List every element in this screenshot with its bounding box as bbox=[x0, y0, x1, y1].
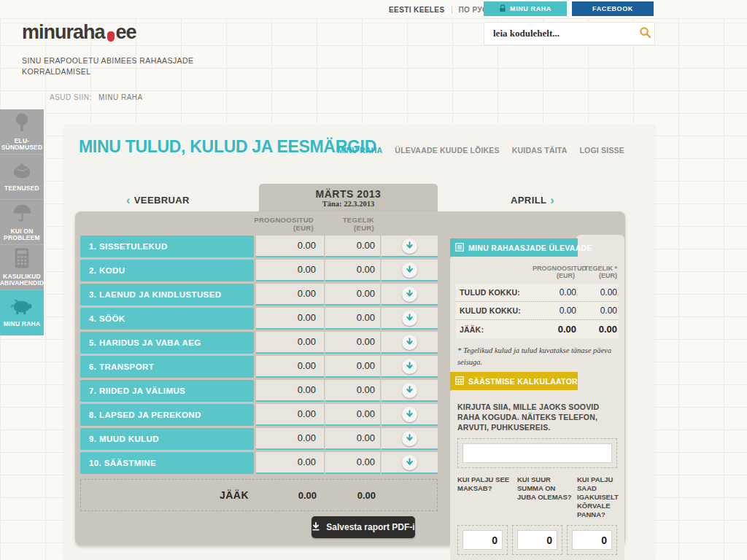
question-label-monthly-saving: KUI PALJU SAAD IGAKUISELT KÕRVALE PANNA? bbox=[577, 475, 626, 519]
sidebar-item-minu-raha[interactable]: MINU RAHA bbox=[0, 290, 44, 335]
row-category-label[interactable]: 2. KODU bbox=[80, 260, 254, 281]
row-category-label[interactable]: 6. TRANSPORT bbox=[80, 356, 254, 378]
question-label-cost: KUI PALJU SEE MAKSAB? bbox=[457, 475, 513, 519]
sidebar-item-elu-sundmused[interactable]: ELU-SÜNDMUSED bbox=[0, 109, 44, 155]
balance-prognoositud-value: 0.00 bbox=[255, 490, 325, 501]
row-tegelik-value: 0.00 bbox=[325, 428, 380, 450]
row-prognoositud-value: 0.00 bbox=[256, 356, 324, 378]
budget-rows: 1. SISSETULEKUD 0.00 0.00 2. KODU 0.00 0… bbox=[80, 236, 438, 476]
row-prognoositud-value: 0.00 bbox=[256, 404, 324, 426]
expand-row-button[interactable] bbox=[402, 359, 417, 374]
nav-link-minu-raha[interactable]: MINU RAHA bbox=[337, 146, 382, 155]
row-category-label[interactable]: 9. MUUD KULUD bbox=[80, 428, 254, 450]
nav-link-kuidas-taita[interactable]: KUIDAS TÄITA bbox=[512, 146, 568, 155]
balance-tegelik-value: 0.00 bbox=[325, 490, 381, 501]
table-row: 3. LAENUD JA KINDLUSTUSED 0.00 0.00 bbox=[80, 284, 438, 306]
arrow-down-icon bbox=[406, 409, 414, 420]
savings-goal-input[interactable] bbox=[462, 443, 612, 463]
arrow-down-icon bbox=[406, 385, 414, 396]
expand-row-button[interactable] bbox=[402, 311, 417, 326]
row-prognoositud-value: 0.00 bbox=[256, 236, 324, 257]
nav-link-ulevaade-kuude-loikes[interactable]: ÜLEVAADE KUUDE LÕIKES bbox=[395, 146, 499, 155]
row-prognoositud-value: 0.00 bbox=[256, 284, 324, 306]
tab-label: FACEBOOK bbox=[592, 5, 633, 12]
column-header-prognoositud: PROGNOOSITUD (EUR) bbox=[254, 216, 314, 232]
expand-row-button[interactable] bbox=[402, 431, 417, 446]
row-category-label[interactable]: 4. SÖÖK bbox=[80, 308, 254, 330]
logo-text-right: ee bbox=[116, 22, 136, 42]
page-title: MINU TULUD, KULUD JA EESMÄRGID bbox=[79, 137, 376, 157]
row-prognoositud-value: 0.00 bbox=[256, 452, 324, 474]
tagline-line1: SINU ERAPOOLETU ABIMEES RAHAASJADE bbox=[22, 55, 204, 66]
sidebar: ELU-SÜNDMUSED TEENUSED KUI ON PROBLEEM K… bbox=[0, 109, 44, 335]
overview-column-headers: PROGNOOSITUD (EUR) TEGELIK * (EUR) bbox=[456, 265, 617, 279]
overview-col-prognoositud: PROGNOOSITUD (EUR) bbox=[533, 265, 575, 279]
tab-label: MINU RAHA bbox=[510, 5, 551, 12]
page-nav: MINU RAHA ÜLEVAADE KUUDE LÕIKES KUIDAS T… bbox=[337, 146, 624, 155]
previous-month-button[interactable]: ‹ VEEBRUAR bbox=[126, 195, 190, 206]
row-expand-cell bbox=[381, 308, 438, 330]
today-date: Täna: 22.3.2013 bbox=[322, 200, 374, 208]
arrow-down-icon bbox=[406, 289, 414, 300]
existing-sum-input[interactable] bbox=[517, 530, 557, 550]
overview-panel-body: PROGNOOSITUD (EUR) TEGELIK * (EUR) TULUD… bbox=[450, 257, 624, 376]
question-label-existing-sum: KUI SUUR SUMMA ON JUBA OLEMAS? bbox=[517, 475, 573, 519]
budget-table-container: PROGNOOSITUD (EUR) TEGELIK (EUR) 1. SISS… bbox=[75, 211, 625, 545]
row-category-label[interactable]: 7. RIIDED JA VÄLIMUS bbox=[80, 380, 254, 402]
tab-minu-raha[interactable]: MINU RAHA bbox=[484, 1, 567, 16]
row-category-label[interactable]: 10. SÄÄSTMINE bbox=[80, 452, 254, 474]
row-prognoositud-value: 0.00 bbox=[256, 380, 324, 402]
row-prognoositud-value: 0.00 bbox=[256, 332, 324, 354]
expand-row-button[interactable] bbox=[402, 238, 417, 254]
balance-label: JÄÄK bbox=[81, 489, 255, 501]
lang-link-estonian[interactable]: EESTI KEELES bbox=[389, 6, 445, 14]
row-category-label[interactable]: 8. LAPSED JA PEREKOND bbox=[80, 404, 254, 426]
expand-row-button[interactable] bbox=[402, 335, 417, 350]
row-category-label[interactable]: 1. SISSETULEKUD bbox=[80, 236, 254, 257]
expand-row-button[interactable] bbox=[402, 287, 417, 302]
current-month-label: MÄRTS 2013 bbox=[316, 188, 382, 200]
top-tabs: MINU RAHA FACEBOOK bbox=[484, 1, 654, 16]
calculator-grid-icon bbox=[455, 375, 464, 388]
row-prognoositud-value: 0.00 bbox=[256, 428, 324, 450]
save-pdf-report-button[interactable]: Salvesta raport PDF-i bbox=[311, 516, 415, 538]
expand-row-button[interactable] bbox=[402, 262, 417, 278]
search-button[interactable] bbox=[635, 23, 654, 44]
overview-row-label: TULUD KOKKU: bbox=[456, 288, 537, 297]
expand-row-button[interactable] bbox=[402, 407, 417, 422]
expand-row-button[interactable] bbox=[402, 383, 417, 398]
search-input[interactable] bbox=[484, 28, 635, 39]
site-logo[interactable]: minuraha ee bbox=[22, 22, 136, 42]
row-tegelik-value: 0.00 bbox=[325, 380, 380, 402]
next-month-label: APRILL bbox=[511, 195, 546, 206]
expand-row-button[interactable] bbox=[402, 455, 417, 470]
calculator-amount-inputs bbox=[457, 525, 617, 555]
row-tegelik-value: 0.00 bbox=[325, 356, 380, 378]
arrow-down-icon bbox=[406, 361, 414, 372]
site-search bbox=[484, 22, 655, 45]
table-row: 4. SÖÖK 0.00 0.00 bbox=[80, 308, 438, 330]
row-category-label[interactable]: 3. LAENUD JA KINDLUSTUSED bbox=[80, 284, 254, 306]
arrow-down-icon bbox=[406, 337, 414, 348]
logo-red-balloon-icon bbox=[107, 31, 114, 42]
overview-tegelik-value: 0.00 bbox=[578, 324, 619, 335]
main-content-panel: MINU TULUD, KULUD JA EESMÄRGID MINU RAHA… bbox=[64, 124, 655, 560]
sidebar-item-kui-on-probleem[interactable]: KUI ON PROBLEEM bbox=[0, 200, 44, 245]
breadcrumb-current[interactable]: MINU RAHA bbox=[98, 93, 143, 101]
column-header-text: PROGNOOSITUD bbox=[533, 265, 575, 272]
row-tegelik-value: 0.00 bbox=[325, 260, 380, 281]
next-month-button[interactable]: APRILL › bbox=[511, 195, 554, 206]
tab-facebook[interactable]: FACEBOOK bbox=[572, 1, 654, 16]
row-expand-cell bbox=[381, 404, 438, 426]
row-category-label[interactable]: 5. HARIDUS JA VABA AEG bbox=[80, 332, 254, 354]
row-expand-cell bbox=[381, 428, 438, 450]
overview-panel: MINU RAHAASJADE ÜLEVAADE PROGNOOSITUD (E… bbox=[450, 235, 624, 376]
sidebar-item-kasulikud-abivahendid[interactable]: KASULIKUD ABIVAHENDID bbox=[0, 245, 44, 290]
column-header-tegelik: TEGELIK (EUR) bbox=[343, 216, 374, 232]
monthly-saving-input[interactable] bbox=[572, 530, 612, 550]
sidebar-item-teenused[interactable]: TEENUSED bbox=[0, 155, 44, 200]
row-tegelik-value: 0.00 bbox=[325, 284, 380, 306]
nav-link-logi-sisse[interactable]: LOGI SISSE bbox=[579, 146, 624, 155]
table-row: 2. KODU 0.00 0.00 bbox=[80, 260, 438, 281]
cost-amount-input[interactable] bbox=[462, 530, 503, 550]
